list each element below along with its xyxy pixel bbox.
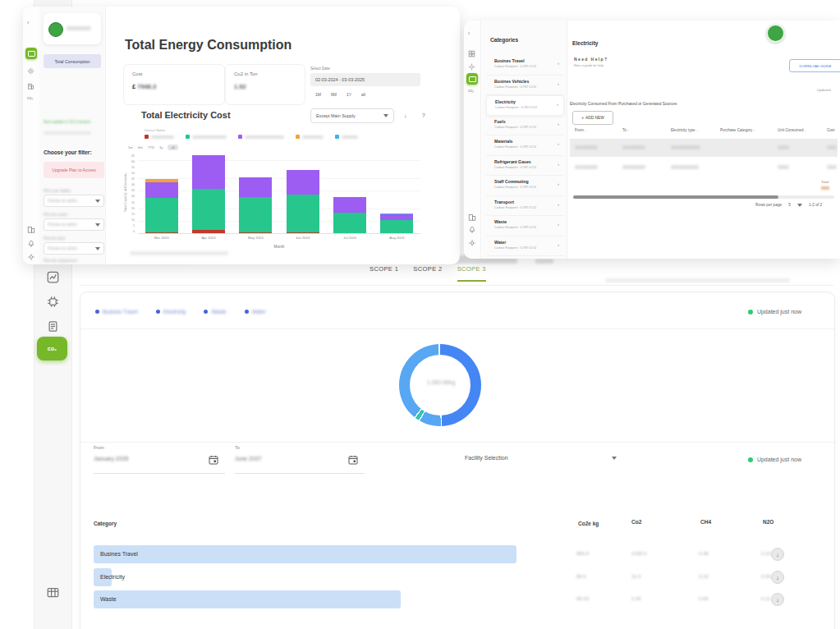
expand-row-button[interactable]: ↓	[771, 593, 784, 606]
categories-active-icon[interactable]	[466, 73, 478, 85]
legend-item[interactable]: Busines Travel	[95, 309, 138, 314]
legend-label: Water	[252, 309, 266, 314]
help-icon[interactable]: ?	[422, 112, 425, 118]
legend-item[interactable]	[186, 135, 227, 139]
co2-icon[interactable]: co₂	[468, 88, 474, 93]
settings-icon[interactable]	[27, 253, 35, 261]
category-list-item[interactable]: Refrigerant GasesCarbon Footprint : 0.78…	[486, 156, 564, 177]
buildings-icon[interactable]	[27, 225, 35, 233]
legend-item[interactable]: Waste	[204, 309, 226, 314]
table-row[interactable]: Busines Travel 986.8 1430.9 0.48 0.15 ↓	[94, 545, 821, 564]
category-list-item[interactable]: Busines TravelCarbon Footprint : 0.787 t…	[486, 55, 564, 76]
filter-select[interactable]: Choose an option	[44, 195, 104, 207]
gear-icon[interactable]	[27, 67, 34, 75]
gear-icon[interactable]	[468, 63, 475, 71]
expand-row-button[interactable]: ↓	[771, 571, 784, 584]
dashboard-active-icon[interactable]	[25, 48, 37, 59]
supply-filter-dropdown[interactable]: Except Main Supply	[310, 108, 394, 123]
legend-item[interactable]: Electricity	[156, 309, 186, 314]
download-guide-button[interactable]: DOWNLOAD GUIDE	[789, 59, 840, 72]
sort-icon[interactable]: ↓	[805, 129, 806, 132]
sort-icon[interactable]: ↓	[627, 129, 629, 132]
horizontal-scrollbar[interactable]	[573, 195, 834, 199]
next-update-note: Next update in 23.2 minutes	[44, 120, 90, 124]
scrollbar-thumb[interactable]	[573, 195, 778, 199]
tab-scope-2[interactable]: SCOPE 2	[413, 265, 442, 282]
collapse-icon[interactable]: ‹	[27, 20, 29, 25]
filter-select[interactable]: Choose an option	[44, 242, 104, 255]
zoom-1m-button[interactable]: 1m	[128, 145, 133, 149]
legend-item[interactable]: Water	[245, 309, 266, 314]
download-icon[interactable]: ↓	[404, 112, 407, 118]
rows-per-page-value[interactable]: 5	[788, 203, 791, 207]
col-header-ch4: CH4	[700, 519, 711, 525]
range-1m-button[interactable]: 1M	[315, 92, 321, 97]
co2-stat-card: Co2 in Ton 1.92	[225, 64, 305, 105]
section-label: Electricity Consumed From Purchased or G…	[570, 102, 677, 106]
document-icon[interactable]	[47, 320, 59, 333]
category-list-item[interactable]: FuelsCarbon Footprint : 0.787 tCO2›	[486, 116, 564, 136]
legend-item[interactable]	[145, 135, 174, 139]
expand-row-button[interactable]: ↓	[771, 548, 784, 561]
sort-icon[interactable]: ↓	[754, 129, 755, 132]
range-1y-button[interactable]: 1Y	[347, 92, 351, 97]
bell-icon[interactable]	[468, 226, 476, 234]
table-row[interactable]: Waste 98.29 2.36 0.65 0.11 ↓	[94, 590, 821, 609]
chip-icon[interactable]	[47, 296, 59, 308]
chevron-down-icon[interactable]	[797, 204, 802, 207]
category-list-item[interactable]: WasteCarbon Footprint : 0.787 tCO2›	[486, 216, 564, 236]
emissions-donut-chart[interactable]	[399, 344, 481, 426]
category-list-item[interactable]: TransportCarbon Footprint : 0.787 tCO2›	[486, 196, 564, 217]
add-new-button[interactable]: +ADD NEW	[572, 111, 613, 125]
calendar-icon[interactable]	[348, 455, 358, 465]
total-consumption-chip[interactable]: Total Consumption	[44, 54, 101, 68]
x-axis-title: Month	[138, 245, 420, 249]
range-all-button[interactable]: all	[361, 92, 365, 97]
legend-label: Electricity	[163, 309, 186, 314]
range-6m-button[interactable]: 6M	[331, 92, 337, 97]
co2-nav-button[interactable]: co₂	[37, 337, 67, 360]
category-list-item[interactable]: Staff CommutingCarbon Footprint : 0.787 …	[486, 176, 564, 196]
category-list-item[interactable]: WaterCarbon Footprint : 0.787 tCO2›	[486, 236, 564, 257]
legend-item[interactable]	[238, 135, 284, 139]
facility-selection-dropdown[interactable]: Facility Selection	[465, 455, 617, 461]
legend-item[interactable]	[296, 135, 324, 139]
filter-select[interactable]: Choose an option	[44, 218, 104, 231]
buildings-icon[interactable]	[468, 213, 476, 221]
legend-swatch-red	[145, 135, 149, 139]
zoom-all-button[interactable]: all	[168, 145, 177, 150]
sort-icon[interactable]: ↓	[585, 129, 586, 132]
table-row[interactable]	[570, 139, 838, 157]
sort-icon[interactable]: ↓	[696, 129, 698, 132]
settings-icon[interactable]	[468, 239, 476, 247]
analytics-icon[interactable]	[47, 271, 59, 283]
zoom-1y-button[interactable]: 1y	[159, 145, 163, 149]
updated-label: Updated	[817, 88, 831, 92]
bell-icon[interactable]	[27, 240, 35, 248]
legend-item[interactable]	[335, 135, 358, 139]
table-row[interactable]: Electricity 89.9 31.5 0.19 0.09 ↓	[94, 568, 821, 587]
co2-icon[interactable]: co₂	[27, 95, 33, 100]
date-range-input[interactable]: 02-03-2024 - 03-03-2025	[310, 73, 420, 86]
category-list-item[interactable]: ElectricityCarbon Footprint : 0.787 tCO2…	[486, 95, 564, 116]
avatar[interactable]	[766, 24, 785, 43]
tab-scope-3[interactable]: SCOPE 3	[457, 265, 486, 282]
bar-chart-plot[interactable]: Mar 2024Apr 2024May 2024Jun 2024Jul 2024…	[138, 154, 420, 234]
table-icon[interactable]	[47, 586, 59, 599]
dashboard-icon[interactable]	[468, 50, 475, 57]
plus-icon: +	[581, 116, 584, 120]
collapse-icon[interactable]: ‹	[468, 30, 470, 36]
cost-value: 7946.3	[137, 83, 156, 90]
zoom-6m-button[interactable]: 6m	[138, 145, 143, 149]
building-icon[interactable]	[27, 82, 34, 90]
upgrade-plan-button[interactable]: Upgrade Plan to Access	[44, 162, 104, 178]
profile-card[interactable]	[44, 13, 101, 44]
category-list-item[interactable]: MaterialsCarbon Footprint : 0.787 tCO2›	[486, 135, 564, 156]
to-date-field[interactable]: To June 2027	[235, 445, 365, 461]
table-row[interactable]	[570, 158, 838, 177]
calendar-icon[interactable]	[209, 455, 218, 465]
category-list-item[interactable]: Busines VehiclesCarbon Footprint : 0.787…	[486, 76, 564, 96]
zoom-ytd-button[interactable]: YTD	[148, 145, 154, 149]
from-date-field[interactable]: From January 2025	[94, 445, 225, 461]
tab-scope-1[interactable]: SCOPE 1	[370, 265, 398, 282]
